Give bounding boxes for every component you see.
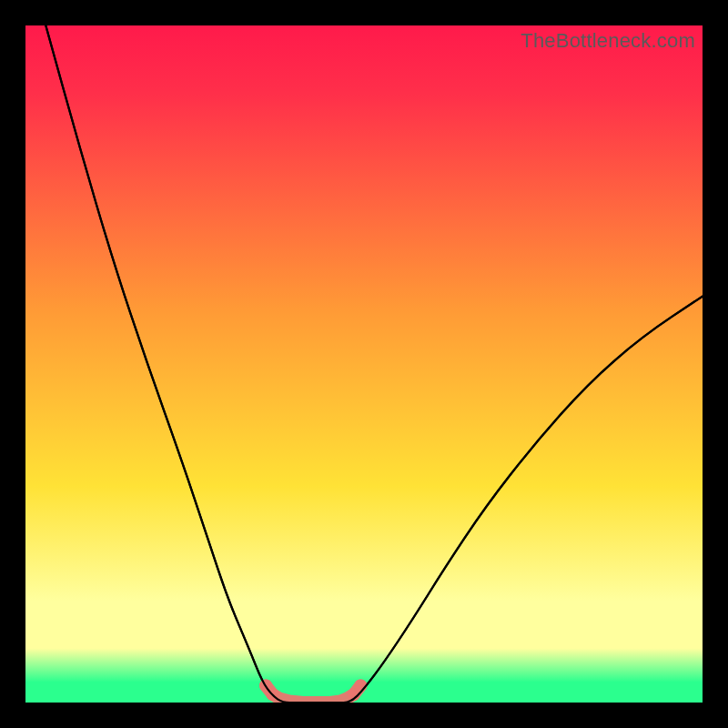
bottleneck-curve-overlay [46, 25, 703, 703]
plot-area: TheBottleneck.com [25, 25, 703, 703]
bottleneck-curve [46, 25, 703, 703]
chart-curves [25, 25, 703, 703]
chart-frame: TheBottleneck.com [0, 0, 728, 728]
